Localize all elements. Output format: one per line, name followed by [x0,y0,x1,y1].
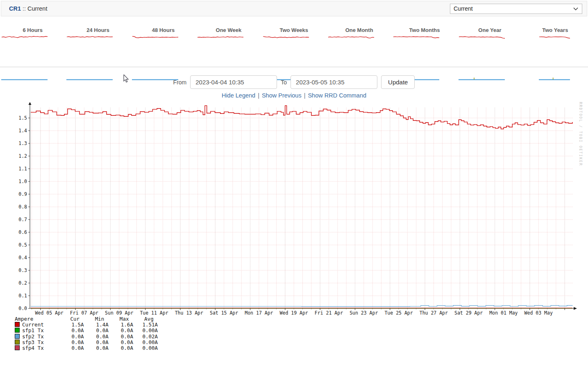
y-tick-label: 0.3 [18,267,27,273]
thumb-sparkline-red [524,34,570,40]
y-tick-label: 1.5 [18,115,27,121]
legend-row-sfp2-tx: sfp2 Tx 0.0A 0.0A 0.0A 0.02A [15,334,158,340]
thumb-label: Two Years [522,27,588,33]
thumb-label: Two Months [392,27,457,33]
thumb-one-year[interactable]: One Year [457,24,522,67]
section-divider [0,67,588,67]
hide-legend-link[interactable]: Hide Legend [222,92,255,99]
y-tick-label: 1.0 [18,179,27,184]
x-tick-label: Sun 09 Apr [105,310,133,316]
x-tick-label: Mon 17 Apr [245,310,273,316]
thumb-label: Two Weeks [261,27,327,33]
legend-row-text: sfp2 Tx 0.0A 0.0A 0.0A 0.02A [22,333,158,340]
series-current [31,106,572,129]
to-label: To [281,79,287,86]
y-tick-label: 0.8 [18,204,27,210]
x-tick-label: Wed 19 Apr [280,310,308,316]
thumb-label: One Week [196,27,261,33]
legend-header: Ampere Cur Min Max Avg [15,316,158,322]
y-tick-label: 0.4 [18,255,27,261]
graph-type-select[interactable]: Current [450,4,582,14]
thumb-label: One Month [327,27,392,33]
top-bar: CR1::Current Current [1,1,587,16]
legend-color-swatch [15,345,20,350]
thumb-sparkline-red [263,34,309,40]
legend-row-sfp1-tx: sfp1 Tx 0.0A 0.0A 0.0A 0.00A [15,328,158,333]
y-tick-label: 1.3 [18,140,27,146]
thumb-one-month[interactable]: One Month [327,24,392,67]
thumb-label: 24 Hours [65,27,130,33]
y-tick-label: 0.0 [18,306,27,311]
legend-row-text: Current 1.5A 1.4A 1.6A 1.51A [22,322,158,328]
show-previous-link[interactable]: Show Previous [262,92,302,99]
legend-row-text: sfp3 Tx 0.0A 0.0A 0.0A 0.00A [22,339,158,345]
link-separator: | [304,92,306,99]
x-tick-label: Mon 01 May [489,310,518,316]
y-tick-label: 1.2 [18,153,27,159]
y-tick-label: 1.4 [18,128,27,134]
update-button[interactable]: Update [381,75,415,89]
x-tick-label: Fri 21 Apr [315,310,343,316]
y-tick-label: 0.6 [18,229,27,235]
page-title: CR1::Current [9,1,47,16]
thumb-48-hours[interactable]: 48 Hours [131,24,196,67]
legend-color-swatch [15,322,20,327]
x-tick-label: Thu 27 Apr [420,310,448,316]
device-name: CR1 [9,5,21,12]
thumb-label: 6 Hours [0,27,65,33]
graph-legend: Ampere Cur Min Max AvgCurrent 1.5A 1.4A … [15,316,158,351]
x-tick-label: Wed 03 May [524,310,553,316]
x-tick-label: Tue 25 Apr [384,310,413,316]
to-input[interactable] [291,75,377,89]
graph-links: Hide Legend|Show Previous|Show RRD Comma… [0,92,588,99]
thumb-sparkline-red [459,34,505,40]
x-tick-label: Sat 29 Apr [454,310,483,316]
timerange-thumbnails: 6 Hours24 Hours48 HoursOne WeekTwo Weeks… [0,24,588,67]
main-graph: 0.00.10.20.30.40.50.60.70.80.91.01.11.21… [0,100,588,319]
link-separator: | [258,92,259,99]
legend-color-swatch [15,328,20,333]
legend-color-swatch [15,340,20,344]
thumb-one-week[interactable]: One Week [196,24,261,67]
y-tick-label: 1.1 [18,166,27,172]
thumb-two-months[interactable]: Two Months [392,24,457,67]
legend-row-text: sfp4 Tx 0.0A 0.0A 0.0A 0.00A [22,345,158,351]
graph-name: Current [27,5,47,12]
thumb-sparkline-red [67,34,113,40]
x-tick-label: Tue 11 Apr [140,310,168,316]
y-tick-label: 0.2 [18,280,27,286]
thumb-sparkline-red [132,34,178,40]
daterange-controls: From To Update [0,75,588,89]
chevron-down-icon [573,7,578,11]
x-tick-label: Sat 15 Apr [210,310,238,316]
legend-row-sfp3-tx: sfp3 Tx 0.0A 0.0A 0.0A 0.00A [15,340,158,345]
from-label: From [173,79,187,86]
y-tick-label: 0.5 [18,242,27,248]
graph-type-select-value: Current [454,5,473,12]
x-tick-label: Sun 23 Apr [350,310,378,316]
thumb-sparkline-red [393,34,439,40]
y-tick-label: 0.1 [18,293,27,299]
rrdtool-watermark: RRDTOOL / TOBI OETIKER [577,102,583,217]
thumb-label: One Year [457,27,522,33]
legend-row-current: Current 1.5A 1.4A 1.6A 1.51A [15,322,158,328]
thumb-6-hours[interactable]: 6 Hours [0,24,65,67]
y-tick-label: 0.7 [18,217,27,222]
legend-row-sfp4-tx: sfp4 Tx 0.0A 0.0A 0.0A 0.00A [15,345,158,351]
from-input[interactable] [190,75,277,89]
thumb-sparkline-red [328,34,374,40]
thumb-24-hours[interactable]: 24 Hours [65,24,130,67]
thumb-sparkline-red [198,34,243,40]
legend-color-swatch [15,334,20,339]
thumb-two-weeks[interactable]: Two Weeks [261,24,327,67]
x-tick-label: Wed 05 Apr [35,310,64,316]
thumb-two-years[interactable]: Two Years [522,24,588,67]
thumb-sparkline-red [2,34,48,40]
thumb-label: 48 Hours [131,27,196,33]
x-tick-label: Thu 13 Apr [175,310,203,316]
show-rrd-command-link[interactable]: Show RRD Command [308,92,366,99]
legend-row-text: sfp1 Tx 0.0A 0.0A 0.0A 0.00A [22,327,158,333]
series-sfp2-tx [31,306,572,307]
title-separator: :: [23,5,26,12]
x-tick-label: Fri 07 Apr [70,310,98,316]
